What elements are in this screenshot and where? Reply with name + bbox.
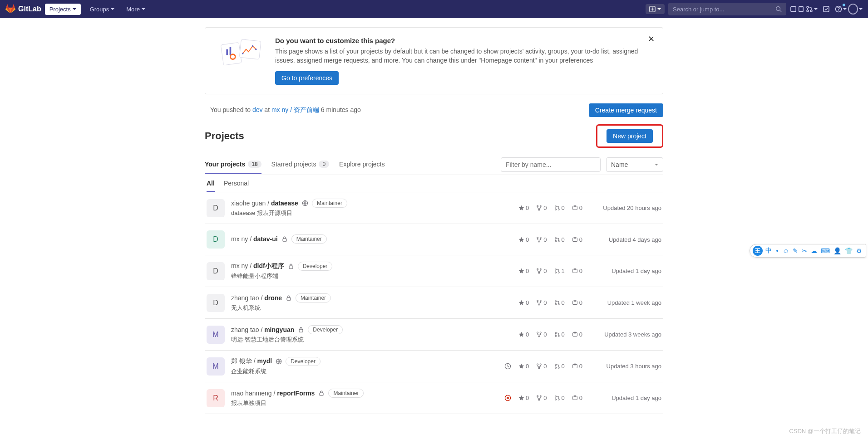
- merge-requests-stat[interactable]: 0: [554, 331, 565, 338]
- issues-stat[interactable]: 0: [572, 363, 582, 370]
- new-project-button[interactable]: New project: [607, 129, 653, 143]
- visibility-icon: [302, 200, 308, 206]
- tab-your-projects[interactable]: Your projects18: [205, 155, 261, 174]
- issues-stat[interactable]: 0: [572, 395, 582, 401]
- search-icon: [775, 6, 782, 12]
- project-avatar: R: [207, 389, 225, 407]
- project-updated: Updated 20 hours ago: [589, 205, 661, 211]
- merge-requests-stat[interactable]: 0: [554, 299, 565, 306]
- nav-projects-button[interactable]: Projects: [45, 4, 81, 15]
- merge-requests-stat[interactable]: 0: [554, 363, 565, 370]
- filter-by-name-input[interactable]: [501, 157, 601, 172]
- banner-content: Do you want to customize this page? This…: [275, 37, 654, 85]
- tool-smile-icon[interactable]: ☺: [782, 247, 790, 254]
- sort-dropdown[interactable]: Name: [606, 157, 663, 172]
- svg-rect-14: [230, 47, 232, 55]
- tool-pen-icon[interactable]: ✎: [792, 247, 799, 254]
- project-description: 无人机系统: [231, 304, 512, 312]
- tool-cloud-icon[interactable]: ☁: [810, 247, 818, 254]
- merge-requests-stat[interactable]: 0: [554, 236, 565, 243]
- merge-requests-stat[interactable]: 0: [554, 395, 565, 401]
- project-row[interactable]: Dxiaohe guan / dataeaseMaintainerdataeas…: [205, 192, 663, 224]
- user-avatar[interactable]: [848, 2, 863, 16]
- stars-stat[interactable]: 0: [518, 331, 529, 338]
- forks-stat[interactable]: 0: [536, 268, 547, 274]
- issues-stat[interactable]: 0: [572, 331, 582, 338]
- nav-more-link[interactable]: More: [123, 4, 149, 15]
- forks-stat[interactable]: 0: [536, 363, 547, 370]
- subtab-personal[interactable]: Personal: [224, 176, 249, 192]
- forks-stat[interactable]: 0: [536, 205, 547, 211]
- forks-stat[interactable]: 0: [536, 236, 547, 243]
- project-updated: Updated 1 day ago: [589, 268, 661, 274]
- stars-stat[interactable]: 0: [518, 236, 529, 243]
- tool-person-icon[interactable]: 👤: [833, 247, 842, 254]
- role-badge: Developer: [298, 262, 333, 271]
- brand-logo[interactable]: GitLab: [5, 4, 41, 14]
- stars-stat[interactable]: 0: [518, 363, 529, 370]
- push-project-link[interactable]: mx ny / 资产前端: [271, 106, 319, 113]
- go-to-preferences-button[interactable]: Go to preferences: [275, 71, 339, 85]
- chevron-down-icon: [111, 8, 114, 10]
- project-row[interactable]: Mzhang tao / mingyuanDeveloper明远-智慧工地后台管…: [205, 319, 663, 351]
- forks-stat[interactable]: 0: [536, 299, 547, 306]
- stars-stat[interactable]: 0: [518, 205, 529, 211]
- create-new-button[interactable]: [646, 4, 665, 14]
- merge-requests-icon[interactable]: [804, 2, 819, 16]
- project-avatar: M: [207, 326, 225, 344]
- project-path: mx ny / dldf小程序: [231, 262, 284, 270]
- cn-badge-icon[interactable]: 王: [753, 246, 763, 256]
- close-icon[interactable]: ✕: [648, 34, 655, 44]
- todos-icon[interactable]: [819, 2, 833, 16]
- issues-stat[interactable]: 0: [572, 268, 582, 274]
- project-row[interactable]: Rmao hanmeng / reportFormsMaintainer报表单独…: [205, 382, 663, 414]
- issues-stat[interactable]: 0: [572, 205, 582, 211]
- stars-stat[interactable]: 0: [518, 268, 529, 274]
- global-search[interactable]: [668, 3, 786, 15]
- issues-stat[interactable]: 0: [572, 299, 582, 306]
- forks-stat[interactable]: 0: [536, 331, 547, 338]
- project-tabs: Your projects18 Starred projects0 Explor…: [205, 154, 663, 175]
- project-path: mx ny / datav-ui: [231, 235, 278, 243]
- floating-toolbar[interactable]: 王 中 •ּ ☺ ✎ ✂ ☁ ⌨ 👤 👕 ⚙: [750, 244, 866, 258]
- visibility-icon: [288, 263, 294, 269]
- stars-stat[interactable]: 0: [518, 395, 529, 401]
- tool-char-icon[interactable]: 中: [764, 247, 773, 255]
- svg-point-49: [540, 300, 542, 302]
- issues-stat[interactable]: 0: [572, 236, 582, 243]
- svg-point-79: [538, 399, 540, 400]
- visibility-icon: [286, 295, 292, 301]
- project-stats: 0000: [518, 331, 582, 338]
- tool-keyboard-icon[interactable]: ⌨: [820, 247, 831, 254]
- tool-scissors-icon[interactable]: ✂: [801, 247, 808, 254]
- svg-rect-13: [226, 49, 228, 55]
- svg-point-72: [558, 367, 559, 368]
- search-input[interactable]: [673, 6, 775, 13]
- project-row[interactable]: Dmx ny / datav-uiMaintainer0000Updated 4…: [205, 224, 663, 255]
- nav-groups-link[interactable]: Groups: [86, 4, 118, 15]
- project-row[interactable]: M郑 银华 / mydlDeveloper企业能耗系统0000Updated 3…: [205, 351, 663, 382]
- stars-stat[interactable]: 0: [518, 299, 529, 306]
- help-icon[interactable]: [833, 2, 848, 16]
- tab-explore-projects[interactable]: Explore projects: [339, 155, 385, 174]
- merge-requests-stat[interactable]: 0: [554, 205, 565, 211]
- tab-starred-projects[interactable]: Starred projects0: [271, 155, 330, 174]
- subtab-all[interactable]: All: [207, 176, 215, 192]
- forks-stat[interactable]: 0: [536, 395, 547, 401]
- tool-dot-icon[interactable]: •ּ: [774, 247, 780, 254]
- project-stats: 0000: [518, 299, 582, 306]
- tool-gear-icon[interactable]: ⚙: [855, 247, 863, 254]
- banner-body: This page shows a list of your projects …: [275, 47, 654, 65]
- issues-icon[interactable]: [790, 2, 804, 16]
- merge-requests-stat[interactable]: 1: [554, 268, 565, 274]
- push-branch-link[interactable]: dev: [252, 106, 263, 113]
- project-row[interactable]: Dmx ny / dldf小程序Developer锋锋能量小程序端0010Upd…: [205, 255, 663, 287]
- role-badge: Developer: [308, 325, 343, 334]
- svg-point-59: [538, 336, 540, 337]
- project-path: xiaohe guan / dataease: [231, 200, 298, 207]
- project-row[interactable]: Dzhang tao / droneMaintainer无人机系统0000Upd…: [205, 287, 663, 319]
- create-merge-request-button[interactable]: Create merge request: [589, 103, 663, 117]
- svg-rect-75: [320, 393, 323, 395]
- project-avatar: D: [207, 230, 225, 249]
- tool-shirt-icon[interactable]: 👕: [844, 247, 853, 254]
